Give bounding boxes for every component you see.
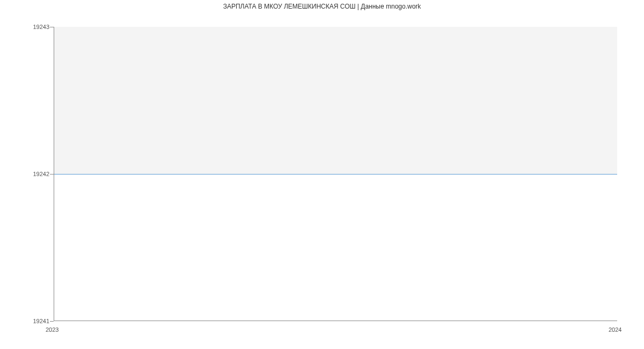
chart-container: ЗАРПЛАТА В МКОУ ЛЕМЕШКИНСКАЯ СОШ | Данны…: [0, 0, 644, 349]
y-axis-label: 19242: [33, 171, 49, 177]
plot-area: [54, 27, 617, 321]
y-axis-tick: [50, 174, 54, 174]
chart-title: ЗАРПЛАТА В МКОУ ЛЕМЕШКИНСКАЯ СОШ | Данны…: [223, 3, 421, 10]
shaded-upper-region: [54, 27, 617, 174]
data-line: [54, 174, 617, 174]
y-axis-label: 19241: [33, 318, 49, 324]
y-axis-tick: [50, 27, 54, 27]
y-axis-label: 19243: [33, 24, 49, 30]
y-axis-tick: [50, 321, 54, 322]
x-axis-label: 2023: [46, 326, 58, 333]
x-axis-label: 2024: [609, 326, 621, 333]
